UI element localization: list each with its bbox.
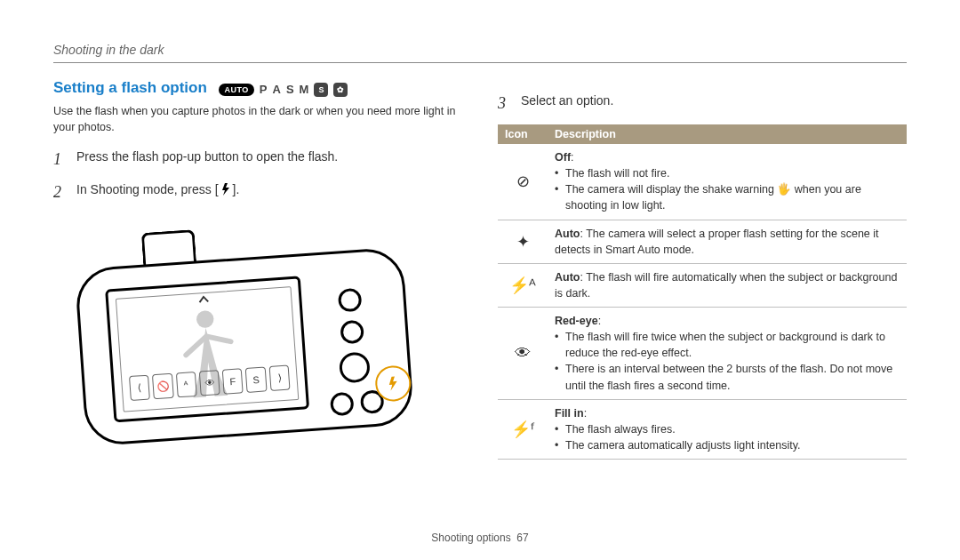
mode-m-icon: M xyxy=(300,83,309,96)
flash-icon xyxy=(387,376,400,391)
camera-screen: ⟨ 🚫 ᴬ 👁 F S ⟩ xyxy=(105,276,309,422)
option-redeye-icon: 👁 xyxy=(199,370,220,396)
mode-scene-icon: S xyxy=(314,83,328,97)
mode-a-icon: A xyxy=(272,83,280,96)
red-eye-icon: 👁 xyxy=(498,308,548,400)
table-row: ⊘Off:The flash will not fire.The camera … xyxy=(498,144,907,220)
bullet: The camera automatically adjusts light i… xyxy=(555,437,900,453)
flash-icon xyxy=(219,183,233,196)
section-title: Setting a flash option xyxy=(53,79,207,97)
camera-illustration: ⟨ 🚫 ᴬ 👁 F S ⟩ xyxy=(62,222,444,453)
table-cell-description: Auto: The camera will select a proper fl… xyxy=(548,220,907,263)
table-cell-description: Auto: The flash will fire automatically … xyxy=(548,263,907,307)
step-number: 1 xyxy=(53,148,68,172)
fill-in-icon: ⚡ᶠ xyxy=(498,399,548,459)
table-cell-description: Red-eye:The flash will fire twice when t… xyxy=(548,308,907,400)
divider xyxy=(53,62,907,63)
breadcrumb: Shooting in the dark xyxy=(53,43,907,57)
table-row: ✦Auto: The camera will select a proper f… xyxy=(498,220,907,263)
camera-dpad-icon xyxy=(339,351,371,383)
table-cell-description: Off:The flash will not fire.The camera w… xyxy=(548,144,907,220)
step-3: 3 Select an option. xyxy=(498,92,907,116)
mode-magic-icon: ✿ xyxy=(333,83,348,97)
bullet: There is an interval between the 2 burst… xyxy=(555,361,900,393)
table-row: ⚡ᶠFill in:The flash always fires.The cam… xyxy=(498,399,907,459)
page-footer: Shooting options 67 xyxy=(0,532,960,544)
table-row: ⚡ᴬAuto: The flash will fire automaticall… xyxy=(498,263,907,307)
flash-auto-icon: ⚡ᴬ xyxy=(498,263,548,307)
camera-button-icon xyxy=(330,392,355,417)
bullet: The camera will display the shake warnin… xyxy=(555,181,900,213)
option-off-icon: 🚫 xyxy=(152,373,173,399)
step-2: 2 In Shooting mode, press []. xyxy=(53,180,462,204)
step-1: 1 Press the flash pop-up button to open … xyxy=(53,148,462,172)
mode-s-icon: S xyxy=(286,83,294,96)
bullet: The flash will not fire. xyxy=(555,165,900,181)
table-header-icon: Icon xyxy=(498,124,548,144)
auto-mode-pill-icon: AUTO xyxy=(219,84,253,96)
flash-options-table: Icon Description ⊘Off:The flash will not… xyxy=(498,124,907,460)
bullet: The flash will fire twice when the subje… xyxy=(555,329,900,361)
svg-point-1 xyxy=(196,310,214,329)
step-number: 3 xyxy=(498,92,512,116)
svg-marker-2 xyxy=(388,376,397,391)
camera-button-icon xyxy=(338,288,363,313)
step-number: 2 xyxy=(53,180,68,204)
mode-p-icon: P xyxy=(260,83,268,96)
svg-marker-0 xyxy=(222,183,229,196)
option-next-icon: ⟩ xyxy=(268,365,290,391)
table-row: 👁Red-eye:The flash will fire twice when … xyxy=(498,308,907,400)
camera-button-icon xyxy=(340,320,364,345)
table-cell-description: Fill in:The flash always fires.The camer… xyxy=(548,399,907,459)
option-auto-icon: ᴬ xyxy=(175,372,196,397)
bullet: The flash always fires. xyxy=(555,421,900,437)
intro-text: Use the flash when you capture photos in… xyxy=(53,104,462,135)
option-fill-icon: F xyxy=(222,368,244,394)
table-header-desc: Description xyxy=(548,124,907,144)
option-prev-icon: ⟨ xyxy=(129,375,150,401)
smart-auto-icon: ✦ xyxy=(498,220,548,263)
step-text: Press the flash pop-up button to open th… xyxy=(76,148,338,172)
mode-strip: AUTO P A S M S ✿ xyxy=(219,83,348,97)
flash-off-icon: ⊘ xyxy=(498,144,548,220)
option-slow-icon: S xyxy=(245,366,267,392)
step-text: Select an option. xyxy=(521,92,613,116)
step-text: In Shooting mode, press []. xyxy=(76,180,239,204)
